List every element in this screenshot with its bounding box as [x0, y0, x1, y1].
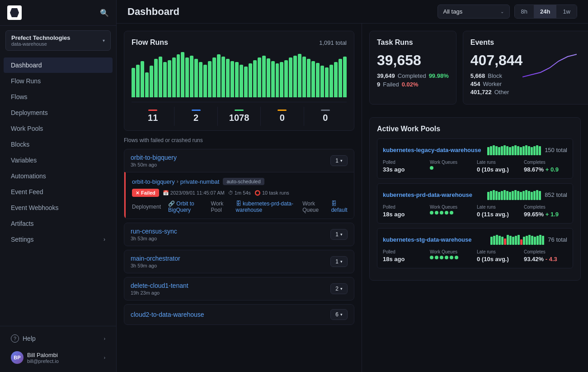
flow-run-stat: 1078 [218, 107, 261, 126]
sidebar: 🔍 Prefect Technologies data-warehouse ▾ … [0, 0, 117, 372]
sidebar-item-work-pools[interactable]: Work Pools [4, 121, 113, 136]
chevron-right-icon: › [104, 355, 105, 360]
flow-name[interactable]: cloud2-to-data-warehouse [131, 311, 204, 318]
mini-bar [528, 235, 531, 245]
sidebar-item-label: Deployments [11, 109, 48, 116]
sidebar-item-variables[interactable]: Variables [4, 153, 113, 168]
mini-bar [528, 191, 530, 200]
mini-bar [542, 236, 544, 245]
stat-indicator [235, 110, 244, 111]
failed-pct: 0.02% [402, 81, 419, 88]
work-pool-link[interactable]: 🗄 kubernetes-prd-data-warehouse [236, 200, 296, 213]
mini-bar [503, 145, 506, 155]
wp-stat-queues: Work Queues [430, 160, 473, 173]
wp-stats: Polled 33s ago Work Queues Late runs 0 (… [383, 160, 567, 173]
wp-stat-late: Late runs 0 (11s avg.) [477, 205, 520, 218]
flow-detail-name[interactable]: orbit-to-bigquery [132, 178, 175, 185]
wp-name[interactable]: kubernetes-prd-data-warehouse [383, 191, 472, 198]
flow-count-badge[interactable]: 6 ▾ [330, 309, 348, 320]
mini-bar [520, 239, 522, 245]
help-label: Help [23, 335, 36, 342]
sidebar-item-deployments[interactable]: Deployments [4, 105, 113, 120]
flow-name[interactable]: run-census-sync [131, 228, 177, 235]
work-pool-item: kubernetes-legacy-data-warehouse 150 tot… [377, 138, 573, 179]
chevron-down-icon: ▾ [103, 38, 105, 43]
mini-bar [536, 190, 538, 200]
mini-bar [539, 235, 541, 245]
mini-bar [522, 146, 525, 155]
chevron-icon: ▾ [340, 259, 343, 264]
event-num: 401,722 [470, 89, 492, 95]
top-bar-controls: All tags ⌄ 8h 24h 1w [437, 5, 578, 19]
mini-bar [487, 192, 489, 200]
time-btn-8h[interactable]: 8h [515, 5, 534, 18]
wp-stat-completes: Completes 99.65% + 1.9 [524, 205, 567, 218]
dot-green [440, 211, 443, 215]
wp-name[interactable]: kubernetes-legacy-data-warehouse [383, 147, 481, 153]
search-button[interactable]: 🔍 [100, 9, 109, 17]
wp-chart-area: 76 total [490, 234, 567, 245]
stat-value: 11 [148, 113, 158, 123]
sidebar-item-blocks[interactable]: Blocks [4, 137, 113, 152]
event-label: Other [494, 89, 509, 95]
auto-scheduled-badge: auto-scheduled [223, 178, 264, 185]
flow-name[interactable]: orbit-to-bigquery [131, 154, 177, 161]
user-profile[interactable]: BP Bill Palombi bill@prefect.io › [4, 347, 113, 368]
event-num: 5,668 [470, 72, 485, 79]
task-runs-title: Task Runs [377, 38, 449, 47]
dot-green [440, 256, 443, 259]
work-queue-link[interactable]: 🗄 default [331, 200, 348, 213]
flow-name[interactable]: delete-cloud1-tenant [131, 282, 188, 289]
chart-bar [307, 59, 310, 97]
tags-selector[interactable]: All tags ⌄ [437, 5, 510, 19]
chart-bar [185, 57, 189, 97]
run-name[interactable]: private-numbat [180, 178, 220, 185]
wp-stat-polled: Polled 33s ago [383, 160, 426, 173]
deployment-link[interactable]: 🔗 Orbit to BigQuery [168, 200, 204, 213]
chart-bar [199, 62, 202, 97]
flow-name[interactable]: main-orchestrator [131, 255, 180, 262]
time-btn-1w[interactable]: 1w [556, 5, 577, 18]
sidebar-item-dashboard[interactable]: Dashboard [4, 57, 113, 73]
org-selector[interactable]: Prefect Technologies data-warehouse ▾ [5, 30, 111, 51]
chart-bar [212, 57, 216, 97]
flow-item: run-census-sync 3h 53m ago 1 ▾ [124, 223, 354, 246]
sidebar-item-event-feed[interactable]: Event Feed [4, 184, 113, 200]
sidebar-item-flows[interactable]: Flows [4, 89, 113, 105]
sidebar-item-settings[interactable]: Settings› [4, 232, 113, 247]
chart-bar [235, 62, 239, 97]
flow-count-badge[interactable]: 2 ▾ [330, 283, 348, 294]
sidebar-item-event-webhooks[interactable]: Event Webhooks [4, 200, 113, 215]
flow-count-badge[interactable]: 1 ▾ [330, 229, 348, 240]
chart-bar [258, 57, 261, 97]
event-row: 454 Worker [470, 81, 523, 87]
events-title: Events [470, 38, 586, 47]
chart-bar [280, 62, 283, 97]
mini-bar [487, 147, 489, 155]
mini-bar [512, 237, 514, 245]
chart-bar [253, 60, 257, 97]
org-name: Prefect Technologies [11, 34, 71, 41]
mini-bar [512, 146, 514, 155]
help-item[interactable]: ? Help › [4, 330, 113, 347]
time-btn-24h[interactable]: 24h [534, 5, 556, 18]
mini-bar [506, 146, 508, 155]
event-row: 5,668 Block [470, 72, 523, 79]
wp-name[interactable]: kubernetes-stg-data-warehouse [383, 236, 472, 243]
chart-bar [339, 59, 342, 97]
dot-green [430, 256, 433, 259]
flow-count-badge[interactable]: 1 ▾ [330, 256, 348, 267]
mini-bar [520, 192, 522, 200]
chart-bar [311, 61, 315, 97]
flow-item: cloud2-to-data-warehouse 6 ▾ [124, 304, 354, 325]
chart-bar [168, 60, 171, 97]
sidebar-item-label: Artifacts [11, 220, 34, 227]
sidebar-item-automations[interactable]: Automations [4, 168, 113, 184]
sidebar-item-artifacts[interactable]: Artifacts [4, 216, 113, 231]
mini-bar [525, 145, 527, 155]
sidebar-item-flow-runs[interactable]: Flow Runs [4, 73, 113, 89]
mini-bar [525, 190, 527, 200]
flow-count-badge[interactable]: 1 ▾ [330, 155, 348, 166]
mini-bar [512, 191, 514, 200]
chart-bar [132, 68, 135, 97]
